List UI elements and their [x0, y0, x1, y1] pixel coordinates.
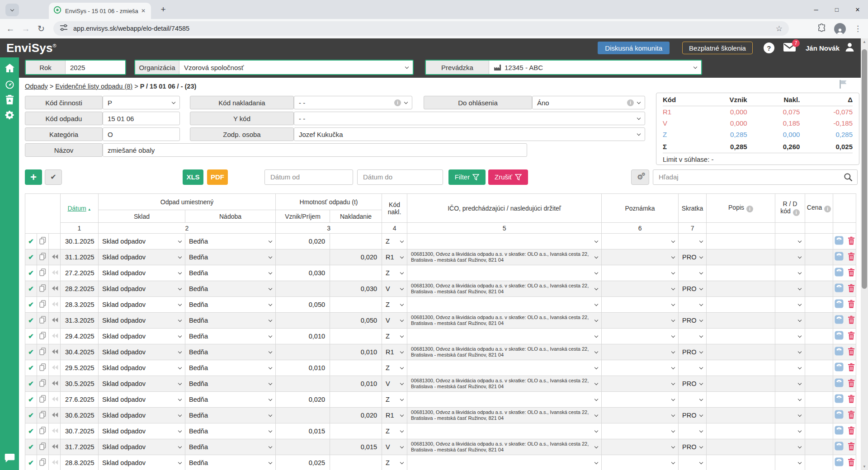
popis-cell[interactable] [707, 439, 775, 455]
skratka-select[interactable]: PRO [679, 348, 706, 356]
holder-select[interactable]: 00681300, Odvoz a likvidácia odpadu a.s.… [407, 346, 601, 358]
nakladanie-value[interactable] [330, 392, 382, 408]
row-check-icon[interactable]: ✔ [28, 332, 34, 340]
row-check-icon[interactable]: ✔ [28, 459, 34, 466]
cena-cell[interactable] [805, 423, 833, 439]
nadoba-select[interactable]: Bedňa [185, 238, 275, 245]
row-confirmed-cell[interactable]: ✔ [25, 265, 37, 281]
sklad-select[interactable]: Sklad odpadov [99, 459, 185, 466]
kod-nakladania-select[interactable]: - -i [294, 96, 412, 109]
vznik-prijem-value[interactable]: 0,050 [276, 297, 330, 313]
delete-trash-icon[interactable] [848, 236, 855, 247]
table-settings-button[interactable]: ⚙⚙ [631, 169, 649, 185]
filter-button[interactable]: Filter [448, 169, 486, 185]
vznik-prijem-value[interactable]: 0,030 [276, 265, 330, 281]
mail-icon[interactable]: 7 [783, 43, 796, 53]
sklad-select[interactable]: Sklad odpadov [99, 428, 185, 435]
weighing-icon[interactable] [835, 457, 844, 468]
delete-trash-icon[interactable] [848, 363, 855, 373]
row-check-icon[interactable]: ✔ [28, 316, 34, 324]
search-icon[interactable] [844, 173, 853, 183]
poznamka-select[interactable] [602, 462, 678, 464]
holder-select[interactable]: 00681300, Odvoz a likvidácia odpadu a.s.… [407, 441, 601, 453]
browser-profile-avatar[interactable] [834, 23, 846, 35]
sklad-select[interactable]: Sklad odpadov [99, 443, 185, 451]
vznik-prijem-value[interactable]: 0,020 [276, 234, 330, 249]
forward-icon[interactable]: → [18, 24, 33, 34]
rd-kod-select[interactable] [775, 336, 805, 337]
row-history-cell[interactable] [49, 423, 61, 439]
holder-select[interactable]: 00681300, Odvoz a likvidácia odpadu a.s.… [407, 378, 601, 390]
sklad-select[interactable]: Sklad odpadov [99, 285, 185, 292]
popis-cell[interactable] [707, 329, 775, 344]
holder-select[interactable]: 00681300, Odvoz a likvidácia odpadu a.s.… [407, 283, 601, 295]
nakladanie-value[interactable]: 0,030 [330, 281, 382, 297]
copy-icon[interactable] [39, 349, 46, 357]
cena-cell[interactable] [805, 297, 833, 313]
nadoba-select[interactable]: Bedňa [185, 317, 275, 324]
delete-trash-icon[interactable] [848, 442, 855, 452]
year-input[interactable]: 2025 [66, 61, 125, 74]
skratka-select[interactable]: PRO [679, 380, 706, 387]
nakladanie-value[interactable]: 0,010 [330, 344, 382, 360]
popis-cell[interactable] [707, 360, 775, 376]
row-confirmed-cell[interactable]: ✔ [25, 313, 37, 329]
poznamka-select[interactable] [602, 431, 678, 432]
cena-cell[interactable] [805, 408, 833, 423]
tab-search-button[interactable] [5, 4, 19, 16]
kod-cinnosti-select[interactable]: P [103, 96, 180, 109]
row-copy-cell[interactable] [37, 439, 49, 455]
rewind-icon[interactable] [51, 380, 58, 387]
copy-icon[interactable] [39, 301, 46, 309]
row-copy-cell[interactable] [37, 455, 49, 470]
kod-odpadu-field[interactable]: 15 01 06 [103, 112, 180, 125]
row-confirmed-cell[interactable]: ✔ [25, 297, 37, 313]
vznik-prijem-value[interactable]: 0,025 [276, 455, 330, 470]
holder-select[interactable]: 00681300, Odvoz a likvidácia odpadu a.s.… [407, 315, 601, 326]
delete-trash-icon[interactable] [848, 331, 855, 342]
copy-icon[interactable] [39, 381, 46, 388]
row-history-cell[interactable] [49, 439, 61, 455]
delete-trash-icon[interactable] [848, 315, 855, 326]
holder-select[interactable] [407, 431, 601, 432]
row-check-icon[interactable]: ✔ [28, 380, 34, 387]
page-scrollbar[interactable]: ▲ ▼ [861, 38, 868, 470]
holder-select[interactable] [407, 304, 601, 306]
copy-icon[interactable] [39, 428, 46, 436]
kod-nakl-select[interactable]: Z [382, 428, 407, 435]
community-button[interactable]: Diskusná komunita [598, 42, 670, 54]
copy-icon[interactable] [39, 365, 46, 372]
skratka-select[interactable] [679, 399, 706, 400]
nakladanie-value[interactable]: 0,020 [330, 249, 382, 265]
row-copy-cell[interactable] [37, 265, 49, 281]
delete-trash-icon[interactable] [848, 284, 855, 294]
nadoba-select[interactable]: Bedňa [185, 380, 275, 387]
nakladanie-value[interactable] [330, 265, 382, 281]
holder-select[interactable] [407, 273, 601, 274]
poznamka-select[interactable] [602, 320, 678, 321]
skratka-select[interactable]: PRO [679, 317, 706, 324]
row-history-cell[interactable] [49, 234, 61, 249]
sklad-select[interactable]: Sklad odpadov [99, 238, 185, 245]
row-history-cell[interactable] [49, 281, 61, 297]
row-copy-cell[interactable] [37, 344, 49, 360]
delete-trash-icon[interactable] [848, 426, 855, 437]
row-confirmed-cell[interactable]: ✔ [25, 281, 37, 297]
row-copy-cell[interactable] [37, 249, 49, 265]
cena-cell[interactable] [805, 455, 833, 470]
row-confirmed-cell[interactable]: ✔ [25, 423, 37, 439]
sklad-select[interactable]: Sklad odpadov [99, 333, 185, 340]
weighing-icon[interactable] [835, 252, 844, 263]
row-copy-cell[interactable] [37, 297, 49, 313]
rewind-icon[interactable] [51, 316, 58, 324]
cena-cell[interactable] [805, 376, 833, 392]
row-confirmed-cell[interactable]: ✔ [25, 455, 37, 470]
popis-cell[interactable] [707, 297, 775, 313]
row-check-icon[interactable]: ✔ [28, 348, 34, 356]
nakladanie-value[interactable]: 0,020 [330, 408, 382, 423]
kod-nakl-select[interactable]: V [382, 443, 407, 451]
poznamka-select[interactable] [602, 415, 678, 416]
vznik-prijem-value[interactable]: 0,010 [276, 360, 330, 376]
nadoba-select[interactable]: Bedňa [185, 348, 275, 356]
rewind-icon[interactable] [51, 427, 58, 435]
